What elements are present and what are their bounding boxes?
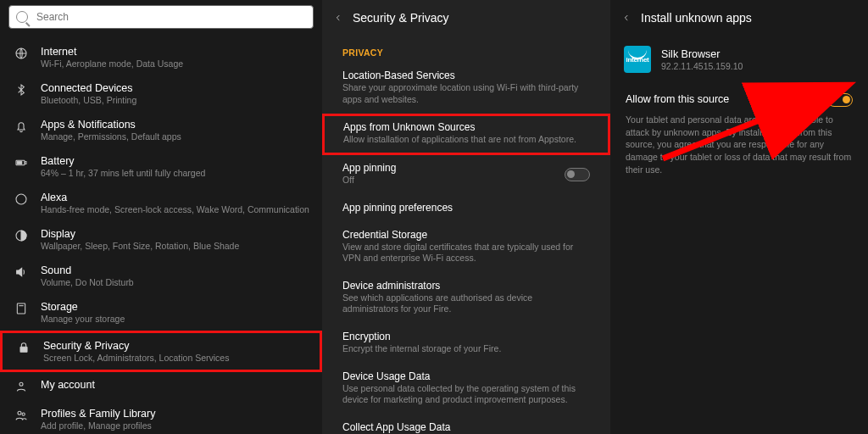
sidebar-item-sub: 64% – 1 hr, 37 mins left until fully cha… — [41, 168, 310, 178]
app-icon-label: internet — [626, 56, 649, 64]
svg-point-4 — [16, 194, 26, 204]
sidebar-item-security[interactable]: Security & Privacy Screen Lock, Administ… — [0, 331, 322, 372]
sidebar-item-sub: Manage your storage — [41, 314, 310, 324]
setting-app-pinning-prefs[interactable]: App pinning preferences — [322, 195, 610, 222]
sidebar-item-sound[interactable]: Sound Volume, Do Not Disturb — [0, 258, 322, 294]
setting-title: App pinning preferences — [342, 202, 590, 214]
setting-title: Encryption — [342, 331, 590, 342]
sidebar-item-label: Profiles & Family Library — [41, 408, 310, 420]
app-row: internet Silk Browser 92.2.11.4515.159.1… — [610, 37, 868, 85]
sidebar-item-label: Sound — [41, 264, 310, 276]
sidebar-item-label: Alexa — [41, 192, 310, 203]
settings-menu: Internet Wi-Fi, Aeroplane mode, Data Usa… — [0, 36, 322, 434]
setting-device-usage[interactable]: Device Usage Data Use personal data coll… — [322, 364, 610, 415]
sidebar-item-sub: Add profile, Manage profiles — [41, 420, 310, 431]
setting-location-services[interactable]: Location-Based Services Share your appro… — [322, 63, 610, 114]
back-button[interactable] — [329, 8, 348, 27]
bell-icon — [12, 119, 31, 134]
svg-point-10 — [18, 411, 21, 415]
install-unknown-apps-panel: Install unknown apps internet Silk Brows… — [610, 0, 868, 434]
toggle-app-pinning[interactable] — [565, 168, 590, 181]
setting-title: Credential Storage — [342, 229, 590, 241]
setting-sub: Share your approximate location using Wi… — [342, 82, 590, 105]
setting-device-admins[interactable]: Device administrators See which applicat… — [322, 273, 610, 324]
setting-collect-app-usage[interactable]: Collect App Usage Data Allow Appstore to… — [322, 415, 610, 434]
sidebar-item-connected-devices[interactable]: Connected Devices Bluetooth, USB, Printi… — [0, 75, 322, 112]
sidebar-item-sub: Manage, Permissions, Default apps — [41, 131, 310, 142]
setting-title: App pinning — [342, 162, 590, 174]
people-icon — [12, 408, 31, 423]
app-version: 92.2.11.4515.159.10 — [661, 61, 743, 71]
allow-from-source-row[interactable]: Allow from this source Your tablet and p… — [610, 85, 868, 182]
setting-unknown-sources[interactable]: Apps from Unknown Sources Allow installa… — [322, 114, 610, 155]
setting-sub: View and store digital certificates that… — [342, 242, 590, 264]
setting-app-pinning[interactable]: App pinning Off — [322, 155, 610, 195]
bluetooth-icon — [12, 82, 31, 97]
sidebar-item-alexa[interactable]: Alexa Hands-free mode, Screen-lock acces… — [0, 185, 322, 221]
sidebar-item-storage[interactable]: Storage Manage your storage — [0, 294, 322, 331]
panel-header: Install unknown apps — [610, 0, 868, 37]
panel-title: Security & Privacy — [353, 11, 449, 25]
setting-title: Apps from Unknown Sources — [343, 121, 589, 133]
sidebar-item-label: Connected Devices — [41, 82, 310, 94]
sidebar-item-battery[interactable]: Battery 64% – 1 hr, 37 mins left until f… — [0, 148, 322, 185]
toggle-allow-from-source[interactable] — [827, 93, 853, 107]
settings-sidebar: Internet Wi-Fi, Aeroplane mode, Data Usa… — [0, 0, 322, 434]
display-icon — [12, 228, 31, 243]
allow-description: Your tablet and personal data are more v… — [626, 114, 853, 175]
alexa-icon — [12, 192, 31, 207]
security-privacy-panel: Security & Privacy PRIVACY Location-Base… — [322, 0, 610, 434]
back-button[interactable] — [617, 8, 636, 27]
setting-sub: Encrypt the internal storage of your Fir… — [342, 343, 590, 355]
svg-rect-2 — [25, 162, 26, 164]
sidebar-item-sub: Volume, Do Not Disturb — [41, 277, 310, 287]
silk-browser-icon: internet — [624, 46, 651, 73]
globe-icon — [12, 46, 31, 61]
sidebar-item-sub: Wi-Fi, Aeroplane mode, Data Usage — [41, 58, 310, 69]
section-label: PRIVACY — [322, 37, 610, 63]
panel-header: Security & Privacy — [322, 0, 610, 37]
lock-icon — [14, 340, 33, 355]
sidebar-item-sub: Hands-free mode, Screen-lock access, Wak… — [41, 204, 310, 214]
setting-title: Device Usage Data — [342, 370, 590, 382]
sidebar-item-internet[interactable]: Internet Wi-Fi, Aeroplane mode, Data Usa… — [0, 39, 322, 75]
svg-rect-6 — [17, 303, 25, 314]
sidebar-item-display[interactable]: Display Wallpaper, Sleep, Font Size, Rot… — [0, 221, 322, 258]
sidebar-item-label: My account — [41, 379, 310, 391]
svg-rect-8 — [20, 347, 27, 352]
search-input[interactable] — [36, 11, 306, 23]
storage-icon — [12, 301, 31, 316]
sidebar-item-label: Display — [41, 228, 310, 240]
battery-icon — [12, 155, 31, 170]
sidebar-item-sub: Bluetooth, USB, Printing — [41, 95, 310, 105]
sidebar-item-profiles[interactable]: Profiles & Family Library Add profile, M… — [0, 401, 322, 434]
allow-label: Allow from this source — [626, 93, 853, 105]
sidebar-item-label: Apps & Notifications — [41, 119, 310, 131]
speaker-icon — [12, 264, 31, 280]
app-name: Silk Browser — [661, 48, 743, 60]
person-icon — [12, 379, 31, 394]
setting-title: Collect App Usage Data — [342, 421, 590, 433]
svg-rect-3 — [17, 162, 21, 164]
svg-point-11 — [22, 413, 25, 415]
setting-sub: Off — [342, 175, 590, 186]
sidebar-item-sub: Screen Lock, Administrators, Location Se… — [43, 353, 308, 363]
setting-sub: Allow installation of applications that … — [343, 134, 589, 146]
setting-credential-storage[interactable]: Credential Storage View and store digita… — [322, 222, 610, 273]
sidebar-item-label: Internet — [41, 46, 310, 58]
setting-sub: See which applications are authorised as… — [342, 292, 590, 315]
sidebar-item-label: Security & Privacy — [43, 340, 308, 352]
setting-encryption[interactable]: Encryption Encrypt the internal storage … — [322, 324, 610, 364]
search-field[interactable] — [8, 5, 314, 29]
setting-title: Location-Based Services — [342, 70, 590, 81]
setting-sub: Use personal data collected by the opera… — [342, 383, 590, 406]
sidebar-item-my-account[interactable]: My account — [0, 372, 322, 401]
sidebar-item-apps-notifications[interactable]: Apps & Notifications Manage, Permissions… — [0, 112, 322, 148]
sidebar-item-sub: Wallpaper, Sleep, Font Size, Rotation, B… — [41, 241, 310, 251]
sidebar-item-label: Storage — [41, 301, 310, 313]
sidebar-item-label: Battery — [41, 155, 310, 167]
search-icon — [16, 11, 28, 23]
setting-title: Device administrators — [342, 280, 590, 292]
panel-title: Install unknown apps — [641, 11, 752, 25]
svg-point-9 — [19, 382, 23, 386]
